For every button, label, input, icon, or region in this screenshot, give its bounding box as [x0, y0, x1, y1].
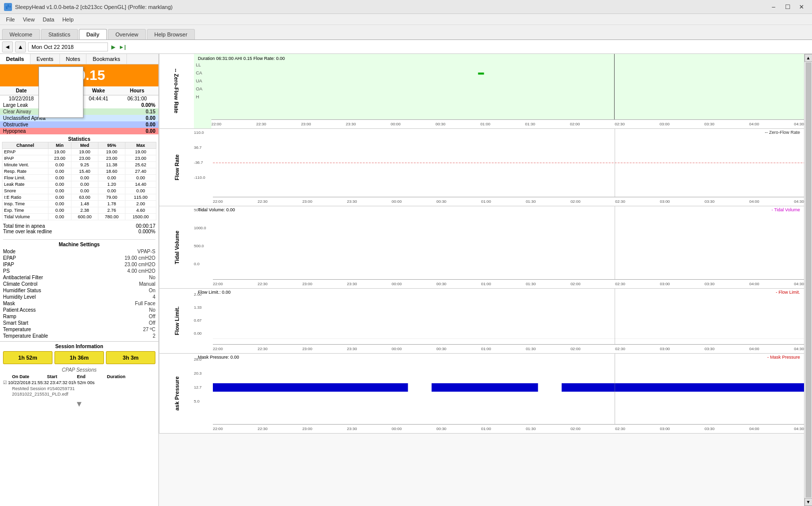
minimize-button[interactable]: –	[767, 1, 780, 12]
menu-view[interactable]: View	[19, 15, 39, 23]
mask-pressure-area[interactable]: Mask Pressure: 0.00 - Mask Pressure 28.0…	[194, 354, 804, 433]
settings-row: ModeVPAP-S	[3, 248, 155, 255]
ahi-section: AHI 0.15 Apnea Hypopnea Index irCurve 10…	[0, 64, 158, 86]
ef-y-labels: LL CA UA OA H	[196, 61, 202, 101]
tab-statistics[interactable]: Statistics	[41, 29, 78, 39]
cpap-col-duration: Duration	[107, 374, 147, 379]
scroll-down-arrow[interactable]: ▼	[805, 498, 812, 506]
flow-rate-y-label: Flow Rate	[159, 129, 194, 206]
tab-welcome[interactable]: Welcome	[2, 29, 40, 39]
settings-row: Climate ControlManual	[3, 281, 155, 287]
window-controls: – ☐ ✕	[767, 1, 808, 12]
session-btn-3[interactable]: 3h 3m	[106, 351, 155, 364]
navbar: ◄ ▲ Mon Oct 22 2018 ► ►|	[0, 40, 812, 54]
date-display[interactable]: Mon Oct 22 2018	[28, 42, 108, 51]
machine-settings-rows: ModeVPAP-SEPAP19.00 cmH2OIPAP23.00 cmH2O…	[3, 248, 155, 339]
settings-row: IPAP23.00 cmH2O	[3, 261, 155, 268]
event-label-hypopnea: Hypopnea	[3, 128, 26, 134]
stats-col-med: Med	[71, 142, 98, 149]
subtab-events[interactable]: Events	[30, 54, 60, 64]
flow-rate-area[interactable]: -- Zero-Flow Rate 110.0 36.7 -36.7 -110.…	[194, 129, 804, 206]
event-hypopnea: Hypopnea 0.00	[0, 128, 158, 134]
fl-y-ticks: 2.00 1.33 0.67 0.00	[194, 293, 202, 336]
tooltip-extra2: uto	[42, 96, 80, 103]
subtab-details[interactable]: Details	[0, 54, 30, 64]
cpap-col-end: End	[77, 374, 107, 379]
tooltip-hypopnea: Hypopnea	[42, 75, 80, 82]
settings-row: Smart StartOff	[3, 320, 155, 326]
tab-help-browser[interactable]: Help Browser	[147, 29, 195, 39]
event-val-obstructive: 0.00	[146, 122, 155, 127]
tidal-volume-y-label: Tidal Volume	[159, 206, 194, 288]
tv-x-axis: 22:0022:3023:0023:30 00:0000:3001:0001:3…	[213, 279, 804, 288]
close-button[interactable]: ✕	[795, 1, 808, 12]
settings-row: PS4.00 cmH2O	[3, 268, 155, 274]
event-label-clear-airway: Clear Airway	[3, 109, 31, 114]
val-date: 10/22/2018	[2, 96, 40, 101]
charts-with-scrollbar: -- Zero-Flow Rate Duration 06:31:00 AHI …	[159, 54, 812, 506]
total-time-apnea: Total time in apnea 00:00:17	[3, 223, 155, 229]
event-obstructive: Obstructive 0.00	[0, 121, 158, 128]
menu-file[interactable]: File	[2, 15, 19, 23]
session-btn-1[interactable]: 1h 52m	[3, 351, 52, 364]
maximize-button[interactable]: ☐	[781, 1, 794, 12]
scroll-down-icon[interactable]: ▼	[75, 400, 83, 409]
ahi-tooltip: Apnea Hypopnea Index irCurve 10 uto e: V…	[38, 66, 83, 118]
chart-scrollbar[interactable]: ▲ ▼	[804, 54, 812, 506]
nav-end-button[interactable]: ►|	[119, 44, 126, 50]
tab-overview[interactable]: Overview	[108, 29, 146, 39]
menu-data[interactable]: Data	[38, 15, 58, 23]
main-layout: Details Events Notes Bookmarks AHI 0.15 …	[0, 54, 812, 506]
statistics-section: Statistics Channel Min Med 95% Max EPAP1…	[0, 134, 158, 222]
scroll-down-area: ▼	[0, 399, 158, 410]
tooltip-extra4: e: 23.0 (cmH2O)	[42, 109, 80, 116]
event-flags-y-label: -- Zero-Flow Rate	[159, 54, 194, 128]
event-flags-area[interactable]: Duration 06:31:00 AHI 0.15 Flow Rate: 0.…	[194, 54, 804, 128]
settings-row: Temperature Enable2	[3, 333, 155, 339]
event-val-unclassified: 0.00	[146, 115, 155, 121]
mp-y-ticks: 28.0 20.3 12.7 5.0	[194, 358, 202, 404]
cpap-sessions-header: On Date Start End Duration	[3, 374, 155, 380]
charts-area: -- Zero-Flow Rate Duration 06:31:00 AHI …	[159, 54, 804, 506]
app-icon: 💤	[4, 3, 12, 11]
cpap-col-date: On Date	[12, 374, 47, 379]
fr-y-ticks: 110.0 36.7 -36.7 -110.0	[194, 131, 205, 180]
tv-y-ticks: 500.0 1000.0 500.0 0.0	[194, 208, 206, 266]
session-btn-2[interactable]: 1h 36m	[54, 351, 104, 364]
settings-row: RampOff	[3, 313, 155, 320]
nav-up-button[interactable]: ▲	[15, 41, 26, 52]
cpap-session-row: ☑ 10/22/2018 21:55:32 23:47:32 01h 52m 0…	[3, 380, 155, 386]
date-text: Mon Oct 22 2018	[31, 44, 73, 50]
svg-rect-8	[432, 383, 538, 392]
settings-row: Humidifier StatusOn	[3, 287, 155, 294]
fl-svg	[213, 289, 804, 344]
session-info-section: Session Information 1h 52m 1h 36m 3h 3m …	[0, 341, 158, 399]
stats-col-channel: Channel	[2, 142, 48, 149]
stats-col-min: Min	[48, 142, 71, 149]
session-info-title: Session Information	[3, 344, 155, 349]
time-over-leak: Time over leak redline 0.000%	[3, 229, 155, 234]
scroll-up-arrow[interactable]: ▲	[805, 54, 812, 62]
settings-row: Antibacterial FilterNo	[3, 274, 155, 281]
tidal-volume-area[interactable]: Tidal Volume: 0.00 - Tidal Volume 500.0 …	[194, 206, 804, 288]
tab-daily[interactable]: Daily	[79, 29, 107, 39]
nav-back-button[interactable]: ◄	[2, 41, 13, 52]
tooltip-index: Index	[42, 81, 80, 88]
scroll-thumb[interactable]	[806, 62, 812, 498]
tooltip-apnea: Apnea	[42, 68, 80, 75]
tv-svg	[213, 206, 804, 279]
settings-row: Patient AccessNo	[3, 307, 155, 313]
window-title: SleepyHead v1.0.0-beta-2 [cb213cc OpenGL…	[15, 4, 767, 10]
statistics-title: Statistics	[2, 136, 156, 142]
statistics-table: Channel Min Med 95% Max EPAP19.0019.0019…	[2, 142, 156, 220]
settings-row: MaskFull Face	[3, 300, 155, 307]
menu-help[interactable]: Help	[58, 15, 78, 23]
flow-limit-area[interactable]: Flow Limit.: 0.00 - Flow Limit. 2.00 1.3…	[194, 289, 804, 353]
subtab-notes[interactable]: Notes	[60, 54, 87, 64]
machine-settings-title: Machine Settings	[3, 239, 155, 247]
stats-col-max: Max	[125, 142, 156, 149]
nav-forward-button[interactable]: ►	[110, 43, 117, 51]
event-val-clear-airway: 0.15	[146, 109, 155, 114]
subtab-bookmarks[interactable]: Bookmarks	[86, 54, 126, 64]
svg-rect-7	[213, 383, 408, 392]
